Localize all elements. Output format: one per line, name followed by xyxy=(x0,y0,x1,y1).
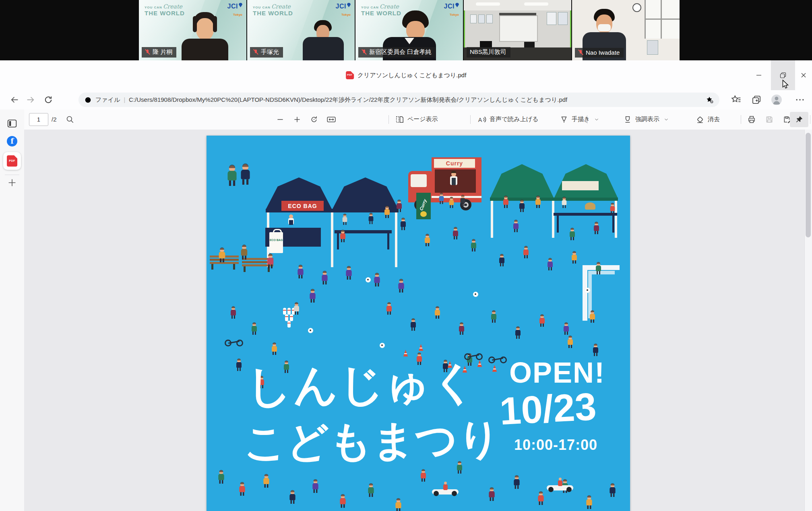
info-icon[interactable] xyxy=(84,96,92,104)
crowd-person xyxy=(226,165,238,186)
crowd-person xyxy=(321,271,329,284)
crowd-person xyxy=(539,315,545,327)
participant-tile-4-active-speaker[interactable]: NBS黒川敦司 xyxy=(464,0,571,60)
traffic-cone xyxy=(418,344,424,351)
crowd-person xyxy=(513,476,521,489)
crowd-person xyxy=(609,484,616,497)
refresh-icon xyxy=(43,95,53,105)
crowd-person xyxy=(236,359,242,371)
mic-off-icon xyxy=(578,49,583,56)
erase-button[interactable]: 消去 xyxy=(696,109,720,129)
participant-tile-3[interactable]: YOU CANCreate THE WORLD JCI Tokyo 新宿区委員会… xyxy=(355,0,463,60)
close-icon xyxy=(800,71,808,79)
crowd-person xyxy=(610,203,616,214)
crowd-person xyxy=(535,196,541,208)
crowd-person xyxy=(297,265,304,278)
zoom-in-icon[interactable] xyxy=(293,115,302,124)
favorites-button[interactable] xyxy=(731,95,742,105)
crowd-person xyxy=(266,254,274,268)
crowd-person xyxy=(448,197,455,208)
crowd-person xyxy=(547,258,554,270)
document-title: クリアソンしんじゅくこどもまつり.pdf xyxy=(346,71,467,79)
page-number-input[interactable]: 1 xyxy=(29,113,48,126)
crowd-person xyxy=(563,323,570,335)
jci-pin-icon xyxy=(347,3,351,7)
zoom-out-icon[interactable] xyxy=(276,115,285,124)
forward-button[interactable] xyxy=(26,95,35,105)
crowd-person xyxy=(592,344,599,356)
svg-text:A: A xyxy=(478,116,482,123)
tab-facebook[interactable] xyxy=(7,136,17,146)
crowd-person xyxy=(309,289,316,303)
scrollbar-thumb[interactable] xyxy=(806,133,811,237)
add-favorite-icon[interactable] xyxy=(706,96,714,104)
poster-title-line1: しんじゅく xyxy=(246,353,478,417)
page-view-icon xyxy=(395,115,404,124)
browser-navbar: ファイル | C:/Users/81908/Dropbox/My%20PC%20… xyxy=(0,90,812,110)
crowd-person xyxy=(498,254,505,266)
pdf-file-icon xyxy=(346,71,354,79)
pin-toolbar-button[interactable] xyxy=(790,112,808,127)
crowd-person xyxy=(230,307,237,319)
collections-button[interactable] xyxy=(751,95,762,105)
back-button[interactable] xyxy=(10,95,19,105)
poster-page: ECO BAG ECO BAG C xyxy=(207,136,630,511)
participant-tile-1[interactable]: YOU CANCreate THE WORLD JCI Tokyo 隆 片桐 xyxy=(139,0,246,60)
read-aloud-button[interactable]: A 音声で読み上げる xyxy=(477,109,538,129)
crowd-person xyxy=(434,307,441,319)
crowd-person xyxy=(368,213,374,224)
crowd-person xyxy=(420,470,427,482)
bicycle xyxy=(488,353,507,363)
back-icon xyxy=(10,95,19,105)
draw-button[interactable]: 手描き xyxy=(560,109,599,129)
rotate-icon[interactable] xyxy=(310,115,318,124)
jci-tokyo-logo: JCI Tokyo xyxy=(336,3,351,17)
crowd-person xyxy=(218,248,226,262)
crowd-person xyxy=(512,220,519,232)
page-view-button[interactable]: ページ表示 xyxy=(395,109,438,129)
soccer-ball xyxy=(366,277,371,282)
search-icon[interactable] xyxy=(66,115,74,124)
soccer-ball xyxy=(473,292,478,297)
tab-pdf-active[interactable] xyxy=(3,152,21,170)
profile-avatar[interactable] xyxy=(771,95,782,105)
highlight-button[interactable]: 強調表示 xyxy=(623,109,669,129)
refresh-button[interactable] xyxy=(43,95,53,105)
close-button[interactable] xyxy=(795,60,812,90)
new-tab-button[interactable] xyxy=(7,178,17,189)
crowd-person xyxy=(289,490,296,504)
fit-width-icon[interactable] xyxy=(326,115,336,124)
crowd-person xyxy=(339,495,347,508)
vertical-tabs-sidebar xyxy=(0,109,25,511)
participant-name-label: 隆 片桐 xyxy=(142,47,176,58)
print-icon[interactable] xyxy=(747,115,756,124)
minimize-icon xyxy=(755,71,763,79)
crowd-person xyxy=(514,327,521,339)
pdf-file-icon xyxy=(7,155,17,167)
crowd-person xyxy=(458,323,465,335)
address-url: C:/Users/81908/Dropbox/My%20PC%20(LAPTOP… xyxy=(129,96,702,104)
participant-name-label: Nao Iwadate xyxy=(575,48,624,58)
address-divider: | xyxy=(124,97,125,103)
sidebar-divider xyxy=(5,175,19,175)
poster-title-line2: こどもまつり xyxy=(243,411,501,472)
eraser-icon xyxy=(696,115,705,124)
save-icon xyxy=(765,115,774,124)
draw-pen-icon xyxy=(560,115,568,124)
crowd-person xyxy=(460,195,466,206)
address-bar[interactable]: ファイル | C:/Users/81908/Dropbox/My%20PC%20… xyxy=(79,93,719,107)
tab-actions-button[interactable] xyxy=(7,119,17,130)
crowd-person xyxy=(595,262,602,274)
soccer-ball xyxy=(585,288,590,293)
participant-tile-5[interactable]: Nao Iwadate xyxy=(572,0,680,60)
minimize-button[interactable] xyxy=(747,60,771,90)
brand-text: YOU CANCreate THE WORLD xyxy=(145,3,185,17)
screen: YOU CANCreate THE WORLD JCI Tokyo 隆 片桐 xyxy=(0,0,812,511)
browser-titlebar: クリアソンしんじゅくこどもまつり.pdf xyxy=(0,60,812,90)
crowd-person xyxy=(567,336,574,348)
toolbar-separator xyxy=(810,115,810,124)
video-call-strip: YOU CANCreate THE WORLD JCI Tokyo 隆 片桐 xyxy=(0,0,812,60)
menu-ellipsis-button[interactable] xyxy=(795,95,805,105)
viewer-scrollbar[interactable] xyxy=(804,130,812,511)
participant-tile-2[interactable]: YOU CANCreate THE WORLD JCI Tokyo 手塚光 xyxy=(247,0,355,60)
